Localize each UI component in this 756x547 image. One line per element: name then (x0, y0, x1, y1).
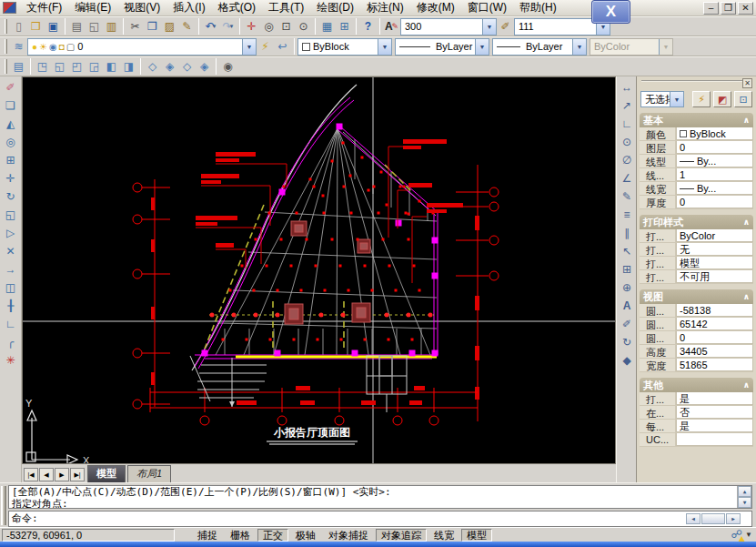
lineweight-combo[interactable]: ByLayer ▼ (492, 38, 587, 56)
layer-vp-freeze-icon[interactable]: ◉ (49, 42, 57, 52)
tab-布局1[interactable]: 布局1 (127, 465, 171, 482)
paste-icon[interactable]: ▨ (161, 18, 178, 35)
collapse-chevron-icon[interactable]: ∧ (743, 380, 750, 390)
property-value[interactable]: ByBlock (676, 127, 753, 140)
toggle-正交[interactable]: 正交 (257, 529, 288, 542)
right-view-icon[interactable]: ◲ (86, 58, 103, 75)
property-value[interactable]: 否 (676, 406, 753, 419)
save-icon[interactable]: ▣ (45, 18, 62, 35)
palette-section-header[interactable]: 打印样式∧ (640, 215, 753, 229)
chamfer-icon[interactable]: ∟ (2, 316, 20, 332)
minimize-button[interactable]: – (703, 2, 719, 15)
ordinate-dimension-icon[interactable]: ∟ (618, 116, 636, 132)
property-value[interactable]: 51865 (676, 359, 753, 371)
menu-item-1[interactable]: 编辑(E) (68, 0, 117, 16)
explode-icon[interactable]: ✳ (2, 352, 20, 369)
tab-nav-button-2[interactable]: ▶ (55, 468, 69, 481)
toggle-栅格[interactable]: 栅格 (225, 529, 256, 542)
dimension-text-edit-icon[interactable]: A (618, 298, 636, 314)
angular-dimension-icon[interactable]: ∠ (618, 170, 636, 187)
extend-icon[interactable]: → (2, 261, 20, 278)
baseline-dimension-icon[interactable]: ≡ (618, 207, 636, 223)
break-at-point-icon[interactable]: ╂ (2, 298, 20, 314)
move-icon[interactable]: ✛ (2, 170, 20, 187)
property-value[interactable]: 34405 (676, 345, 753, 358)
command-grip[interactable] (1, 486, 6, 525)
scroll-down-icon[interactable]: ▼ (738, 497, 751, 508)
back-view-icon[interactable]: ◨ (120, 58, 137, 75)
tolerance-icon[interactable]: ⊞ (618, 261, 636, 278)
tab-nav-button-3[interactable]: ▶| (70, 468, 85, 481)
fillet-icon[interactable]: ╭ (2, 334, 20, 350)
communication-center-icon[interactable]: ☍ (730, 529, 743, 542)
stretch-icon[interactable]: ▷ (2, 225, 20, 241)
collapse-chevron-icon[interactable]: ∧ (743, 116, 750, 125)
help-icon[interactable]: ? (359, 18, 377, 35)
property-value[interactable]: 1 (676, 168, 753, 181)
left-view-icon[interactable]: ◰ (68, 58, 86, 75)
quick-leader-icon[interactable]: ↖ (618, 243, 636, 259)
continue-dimension-icon[interactable]: ∥ (618, 225, 636, 241)
linetype-combo[interactable]: ByLayer ▼ (395, 38, 489, 56)
match-properties-icon[interactable]: ✎ (178, 18, 196, 35)
restore-button[interactable]: ❐ (721, 2, 736, 15)
scrollbar-thumb[interactable] (701, 513, 725, 524)
menu-item-10[interactable]: 帮助(H) (513, 0, 563, 16)
array-icon[interactable]: ⊞ (2, 152, 20, 168)
property-value[interactable]: 0 (676, 141, 753, 154)
toggle-对象捕捉[interactable]: 对象捕捉 (323, 529, 374, 542)
named-views-icon[interactable]: ▤ (10, 58, 27, 75)
layer-freeze-sun-icon[interactable]: ☀ (39, 42, 47, 52)
scroll-left-icon[interactable]: ◀ (686, 513, 701, 524)
layer-on-bulb-icon[interactable]: ● (32, 42, 37, 52)
selection-combo[interactable]: 无选择 ▼ (640, 91, 684, 107)
toggle-pickadd-button[interactable]: ⊡ (734, 91, 752, 107)
diameter-dimension-icon[interactable]: ∅ (618, 152, 636, 168)
camera-icon[interactable]: ◉ (219, 58, 237, 75)
copy-object-icon[interactable]: ❏ (2, 97, 20, 114)
pan-realtime-icon[interactable]: ✛ (243, 18, 260, 35)
chevron-down-icon[interactable]: ▼ (242, 39, 256, 55)
property-value[interactable]: 不可用 (676, 270, 753, 283)
command-input[interactable]: 命令: ◀ ▶ (8, 511, 752, 527)
plot-preview-icon[interactable]: ◱ (86, 18, 103, 35)
property-value[interactable]: By... (676, 155, 753, 167)
redo-icon[interactable]: ↷▾ (219, 18, 237, 35)
center-mark-icon[interactable]: ⊕ (618, 279, 636, 296)
property-value[interactable]: 是 (676, 392, 753, 405)
linear-dimension-icon[interactable]: ↔ (618, 79, 636, 96)
quick-select-button[interactable]: ⚡ (692, 91, 711, 107)
command-hscrollbar[interactable]: ◀ ▶ (686, 513, 741, 524)
mirror-icon[interactable]: ◭ (2, 116, 20, 132)
property-value[interactable] (676, 433, 753, 446)
property-value[interactable]: 0 (676, 196, 753, 208)
chevron-down-icon[interactable]: ▼ (482, 19, 496, 35)
menu-item-3[interactable]: 插入(I) (166, 0, 211, 16)
chevron-down-icon[interactable]: ▼ (378, 39, 391, 55)
radius-dimension-icon[interactable]: ⊙ (618, 134, 636, 150)
property-value[interactable]: By... (676, 182, 753, 195)
toolbar-grip[interactable] (5, 39, 7, 54)
rotate-icon[interactable]: ↻ (2, 188, 20, 205)
scroll-up-icon[interactable]: ▲ (738, 486, 751, 497)
menu-item-9[interactable]: 窗口(W) (461, 0, 513, 16)
layer-states-icon[interactable]: ⚡ (257, 38, 274, 55)
menu-item-6[interactable]: 绘图(D) (310, 0, 360, 16)
close-button[interactable]: ✕ (738, 2, 753, 15)
zoom-window-icon[interactable]: ⊡ (277, 18, 295, 35)
menu-item-4[interactable]: 格式(O) (212, 0, 262, 16)
layer-color-swatch[interactable]: ▢ (66, 42, 75, 52)
property-value[interactable]: 65142 (676, 318, 753, 330)
aligned-dimension-icon[interactable]: ↗ (618, 97, 636, 114)
trim-icon[interactable]: ✕ (2, 243, 20, 259)
scroll-right-icon[interactable]: ▶ (726, 513, 741, 524)
offset-icon[interactable]: ◎ (2, 134, 20, 150)
drawing-canvas[interactable]: Y X 小报告厅顶面图 (22, 76, 616, 464)
property-value[interactable]: 0 (676, 331, 753, 344)
menu-item-7[interactable]: 标注(N) (360, 0, 410, 16)
menu-item-8[interactable]: 修改(M) (410, 0, 461, 16)
property-value[interactable]: 是 (676, 420, 753, 432)
select-objects-button[interactable]: ◩ (713, 91, 731, 107)
toolbar-grip[interactable] (5, 59, 7, 74)
dimension-style-icon[interactable]: ◆ (618, 352, 636, 369)
